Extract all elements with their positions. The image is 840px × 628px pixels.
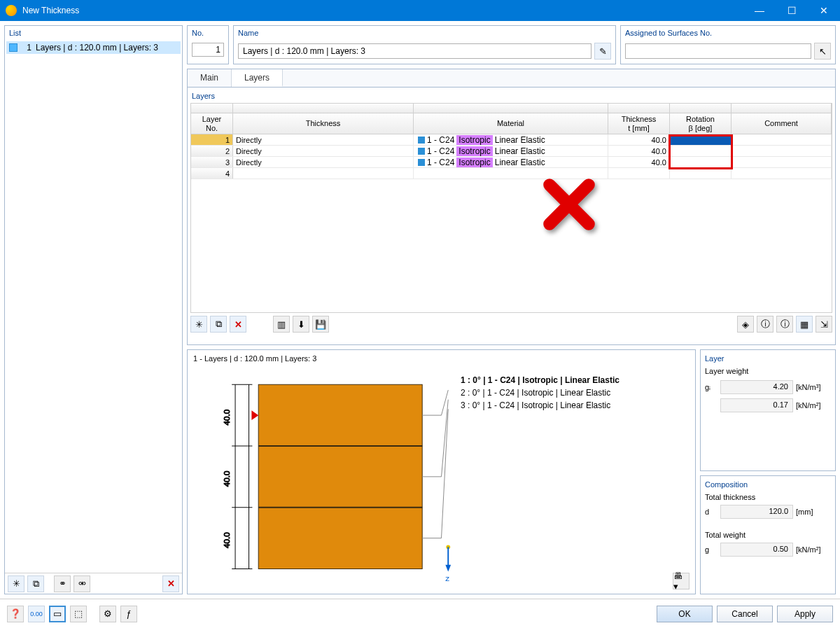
layer-weight-label: Layer weight [705, 367, 831, 375]
list-header: List [5, 26, 182, 40]
new-item-button[interactable]: ✳ [8, 575, 24, 592]
col-comment[interactable]: Comment [732, 113, 832, 134]
col-layer-no[interactable]: LayerNo. [191, 113, 233, 134]
view-button[interactable]: ▦ [796, 316, 813, 333]
window-title: New Thickness [22, 6, 743, 15]
tab-layers[interactable]: Layers [232, 69, 283, 87]
model-button[interactable]: ⬚ [70, 606, 87, 622]
bottom-bar: ❓ 0.00 ▭ ⬚ ⚙ ƒ OK Cancel Apply [0, 599, 840, 628]
export-button[interactable]: ⇲ [816, 316, 832, 333]
no-panel: No. [187, 25, 229, 64]
no-label: No. [188, 26, 228, 40]
total-weight-label: Total weight [705, 531, 831, 539]
assigned-input[interactable] [625, 43, 811, 59]
close-button[interactable]: ✕ [808, 0, 840, 21]
layer-weight-2: 0.17 [720, 398, 793, 412]
assigned-label: Assigned to Surfaces No. [621, 26, 835, 40]
composition-header: Composition [705, 480, 831, 489]
svg-marker-13 [251, 410, 258, 420]
total-weight-value: 0.50 [720, 543, 793, 557]
table-row[interactable]: 2Directly1 - C24 Isotropic Linear Elasti… [191, 146, 832, 157]
preview-panel: 1 - Layers | d : 120.0 mm | Layers: 3 40… [187, 349, 696, 594]
col-material[interactable]: Material [414, 113, 608, 134]
layer-props-panel: Layer Layer weight gᵢ 4.20 [kN/m³] 0.17 … [700, 349, 836, 471]
name-panel: Name ✎ [233, 25, 616, 64]
svg-rect-9 [258, 384, 422, 568]
delete-item-button[interactable]: ✕ [162, 575, 179, 592]
layer-props-header: Layer [705, 354, 831, 363]
tool-1-button[interactable]: ◈ [737, 316, 754, 333]
info-1-button[interactable]: ⓘ [757, 316, 774, 333]
table-row[interactable]: 4 [191, 168, 832, 179]
col-t[interactable]: Thicknesst [mm] [608, 113, 670, 134]
layers-section-header: Layers [190, 90, 832, 103]
col-rotation[interactable]: Rotationβ [deg] [670, 113, 732, 134]
list-panel: List 1 Layers | d : 120.0 mm | Layers: 3… [4, 25, 183, 594]
unlink-button[interactable]: ⚮ [74, 575, 90, 592]
svg-line-19 [442, 409, 449, 538]
app-icon [6, 5, 17, 16]
svg-text:40.0: 40.0 [222, 409, 231, 425]
table-row[interactable]: 3Directly1 - C24 Isotropic Linear Elasti… [191, 157, 832, 168]
list-toolbar: ✳ ⧉ ⚭ ⚮ ✕ [5, 573, 182, 594]
maximize-button[interactable]: ☐ [776, 0, 808, 21]
help-button[interactable]: ❓ [7, 606, 24, 622]
cancel-button[interactable]: Cancel [717, 606, 773, 622]
list-item-num: 1 [22, 43, 31, 53]
extra-2-button[interactable]: ƒ [120, 606, 137, 622]
library-button[interactable]: ▥ [273, 316, 290, 333]
name-input[interactable] [238, 43, 592, 59]
pick-surfaces-button[interactable]: ↖ [814, 43, 831, 60]
list-item[interactable]: 1 Layers | d : 120.0 mm | Layers: 3 [6, 41, 181, 54]
total-thickness-label: Total thickness [705, 493, 831, 501]
import-button[interactable]: ⬇ [293, 316, 309, 333]
units-button[interactable]: 0.00 [28, 606, 45, 622]
delete-row-button[interactable]: ✕ [230, 316, 246, 333]
layer-weight-1: 4.20 [720, 380, 793, 394]
display-button[interactable]: ▭ [49, 606, 66, 622]
col-thickness[interactable]: Thickness [233, 113, 414, 134]
name-label: Name [234, 26, 615, 40]
svg-marker-22 [445, 565, 451, 572]
table-row[interactable]: 1Directly1 - C24 Isotropic Linear Elasti… [191, 134, 832, 146]
preview-title: 1 - Layers | d : 120.0 mm | Layers: 3 [190, 353, 692, 364]
grid-toolbar: ✳ ⧉ ✕ ▥ ⬇ 💾 ◈ ⓘ ⓘ ▦ ⇲ [190, 313, 832, 335]
titlebar: New Thickness — ☐ ✕ [0, 0, 840, 21]
link-button[interactable]: ⚭ [54, 575, 71, 592]
svg-text:40.0: 40.0 [222, 470, 231, 487]
copy-item-button[interactable]: ⧉ [27, 575, 44, 592]
save-button[interactable]: 💾 [312, 316, 329, 333]
add-row-button[interactable]: ✳ [190, 316, 207, 333]
apply-button[interactable]: Apply [777, 606, 833, 622]
assigned-panel: Assigned to Surfaces No. ↖ [620, 25, 836, 64]
extra-1-button[interactable]: ⚙ [99, 606, 116, 622]
tabstrip: Main Layers [187, 69, 836, 87]
minimize-button[interactable]: — [743, 0, 776, 21]
layers-grid[interactable]: LayerNo. Thickness Material Thicknesst [… [190, 103, 832, 313]
composition-panel: Composition Total thickness d 120.0 [mm]… [700, 475, 836, 594]
print-button[interactable]: 🖶 ▾ [673, 573, 690, 589]
copy-row-button[interactable]: ⧉ [210, 316, 227, 333]
edit-name-button[interactable]: ✎ [594, 43, 611, 60]
ok-button[interactable]: OK [657, 606, 713, 622]
svg-text:z: z [445, 573, 449, 582]
tab-main[interactable]: Main [188, 69, 232, 87]
info-2-button[interactable]: ⓘ [776, 316, 793, 333]
svg-text:40.0: 40.0 [222, 532, 231, 548]
list-swatch-icon [9, 43, 18, 52]
preview-legend: 1 : 0° | 1 - C24 | Isotropic | Linear El… [461, 374, 620, 412]
no-input[interactable] [192, 43, 224, 57]
list-item-label: Layers | d : 120.0 mm | Layers: 3 [36, 43, 158, 53]
total-thickness-value: 120.0 [720, 505, 793, 519]
